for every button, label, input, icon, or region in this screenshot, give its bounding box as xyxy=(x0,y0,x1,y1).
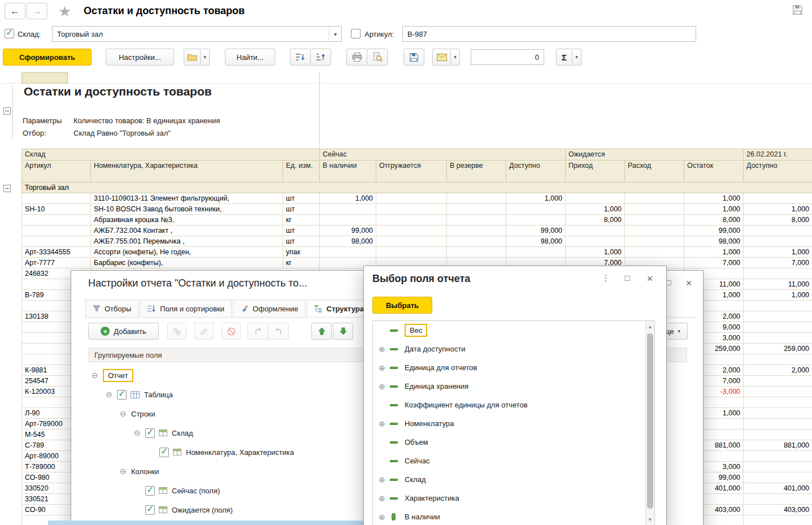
report-cell[interactable] xyxy=(744,376,812,387)
report-cell[interactable] xyxy=(744,472,812,483)
warehouse-combobox[interactable]: Торговый зал ▾ xyxy=(52,26,342,42)
report-cell[interactable]: АЖБ7.755.001 Перемычка , xyxy=(91,236,283,247)
report-cell[interactable] xyxy=(22,225,91,236)
favorite-star-icon[interactable]: ★ xyxy=(58,1,71,21)
report-cell[interactable]: шт xyxy=(283,193,320,204)
settings-button[interactable]: Настройки... xyxy=(106,49,174,66)
report-cell[interactable] xyxy=(625,236,684,247)
column-header[interactable]: Приход xyxy=(566,160,625,183)
group-header-now[interactable]: Сейчас xyxy=(320,149,566,160)
report-row[interactable]: Абразивная крошка №3,кг8,0008,0008,000 xyxy=(22,215,812,225)
collapse-header-icon[interactable] xyxy=(3,107,11,115)
report-cell[interactable]: 99,000 xyxy=(506,225,566,236)
report-cell[interactable] xyxy=(625,193,684,204)
field-item[interactable]: ⊕Единица для отчетов xyxy=(373,358,654,377)
report-cell[interactable]: 401,000 xyxy=(744,483,812,494)
field-item[interactable]: ⊕Дата доступности xyxy=(373,340,654,358)
settings-tab[interactable]: Структура xyxy=(307,300,371,317)
report-cell[interactable]: SH-10 BOSCH Завод бытовой техники, xyxy=(91,204,283,215)
save-icon[interactable] xyxy=(792,5,803,18)
sum-dropdown[interactable]: ▾ xyxy=(572,49,581,66)
report-cell[interactable] xyxy=(744,419,812,429)
forward-button[interactable]: → xyxy=(27,3,47,19)
save-report-button[interactable] xyxy=(403,49,424,66)
report-cell[interactable] xyxy=(744,462,812,472)
scrollbar[interactable]: ▲ ▼ xyxy=(645,321,654,525)
report-cell[interactable]: упак xyxy=(283,247,320,258)
field-item[interactable]: ⊕В наличии xyxy=(373,507,654,525)
report-cell[interactable]: 1,000 xyxy=(566,204,625,215)
report-cell[interactable] xyxy=(506,215,566,225)
report-cell[interactable]: 99,000 xyxy=(684,225,744,236)
report-cell[interactable]: Ассорти (конфеты), Не годен, xyxy=(91,247,283,258)
scrollbar-thumb[interactable] xyxy=(647,333,653,509)
column-header[interactable]: Доступно xyxy=(506,160,566,183)
report-cell[interactable]: 1,000 xyxy=(744,290,812,301)
report-cell[interactable]: АЖБ7.732.004 Контакт , xyxy=(91,225,283,236)
report-cell[interactable] xyxy=(320,204,376,215)
report-cell[interactable] xyxy=(447,204,506,215)
report-cell[interactable]: шт xyxy=(283,204,320,215)
report-cell[interactable] xyxy=(744,236,812,247)
counter-field[interactable]: 0 xyxy=(471,49,544,65)
field-item[interactable]: ⊕Склад xyxy=(373,470,654,489)
expand-icon[interactable]: ⊕ xyxy=(379,475,390,484)
sum-button[interactable]: Σ xyxy=(556,49,572,66)
report-cell[interactable] xyxy=(376,236,447,247)
report-cell[interactable]: 1,000 xyxy=(684,247,744,258)
report-cell[interactable] xyxy=(625,215,684,225)
report-cell[interactable] xyxy=(376,225,447,236)
field-item[interactable]: Вес xyxy=(373,321,654,340)
report-cell[interactable]: 98,000 xyxy=(506,236,566,247)
report-cell[interactable]: 8,000 xyxy=(566,215,625,225)
report-cell[interactable]: 2,000 xyxy=(744,365,812,376)
print-button[interactable] xyxy=(346,49,367,66)
select-field-button[interactable]: Выбрать xyxy=(372,297,432,314)
report-cell[interactable] xyxy=(744,451,812,462)
article-input[interactable]: В-987 xyxy=(402,26,696,42)
report-cell[interactable] xyxy=(744,268,812,279)
report-cell[interactable]: 1,000 xyxy=(566,247,625,258)
report-cell[interactable] xyxy=(447,215,506,225)
find-button[interactable]: Найти... xyxy=(225,49,275,66)
collapse-icon[interactable]: ⊖ xyxy=(120,409,131,418)
report-cell[interactable]: 1,000 xyxy=(506,193,566,204)
report-cell[interactable]: 7,000 xyxy=(744,258,812,268)
report-cell[interactable] xyxy=(744,397,812,408)
report-cell[interactable]: Барбарис (конфеты), xyxy=(91,258,283,268)
report-cell[interactable] xyxy=(320,215,376,225)
field-item[interactable]: Сейчас xyxy=(373,452,654,470)
report-cell[interactable] xyxy=(744,387,812,397)
report-row[interactable]: АЖБ7.732.004 Контакт ,шт99,00099,00099,0… xyxy=(22,225,812,236)
collapse-icon[interactable]: ⊖ xyxy=(92,371,103,380)
report-cell[interactable] xyxy=(447,236,506,247)
report-cell[interactable]: 98,000 xyxy=(320,236,376,247)
report-row[interactable]: Арт-33344555Ассорти (конфеты), Не годен,… xyxy=(22,247,812,258)
collapse-icon[interactable]: ⊖ xyxy=(106,390,117,399)
group-button[interactable] xyxy=(167,323,186,340)
field-item[interactable]: ⊕Характеристика xyxy=(373,489,654,507)
report-cell[interactable] xyxy=(447,225,506,236)
report-cell[interactable]: Арт-33344555 xyxy=(22,247,91,258)
print-preview-button[interactable] xyxy=(367,49,388,66)
report-cell[interactable] xyxy=(625,204,684,215)
field-item[interactable]: ⊕Единица хранения xyxy=(373,377,654,396)
report-cell[interactable] xyxy=(447,247,506,258)
chevron-down-icon[interactable]: ▾ xyxy=(329,27,341,41)
report-cell[interactable]: 259,000 xyxy=(744,344,812,354)
report-cell[interactable]: 1,000 xyxy=(744,204,812,215)
report-variants-dropdown[interactable]: ▾ xyxy=(200,49,210,66)
column-header[interactable]: Остаток xyxy=(684,160,744,183)
collapse-group-icon[interactable] xyxy=(3,185,11,192)
report-cell[interactable] xyxy=(625,247,684,258)
move-up-button[interactable] xyxy=(311,323,332,340)
group-row-label[interactable]: Торговый зал xyxy=(22,183,812,193)
collapse-icon[interactable]: ⊖ xyxy=(134,428,145,437)
report-cell[interactable]: 1,000 xyxy=(684,204,744,215)
report-cell[interactable] xyxy=(744,408,812,419)
report-cell[interactable]: 881,000 xyxy=(744,440,812,451)
settings-tab[interactable]: Поля и сортировки xyxy=(140,300,232,317)
move-down-button[interactable] xyxy=(333,323,353,340)
report-cell[interactable]: Абразивная крошка №3, xyxy=(91,215,283,225)
report-cell[interactable]: 11,000 xyxy=(744,279,812,290)
